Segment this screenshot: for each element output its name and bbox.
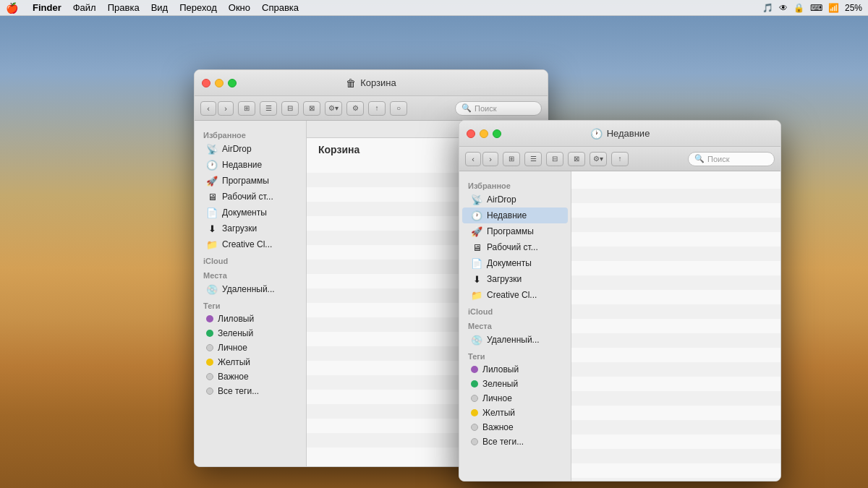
sidebar-item-tag-yellow-trash[interactable]: Желтый bbox=[197, 355, 303, 369]
sidebar-item-desktop-trash[interactable]: 🖥 Рабочий ст... bbox=[197, 189, 303, 205]
view-icon-list[interactable]: ☰ bbox=[260, 101, 277, 116]
sidebar-item-apps-trash[interactable]: 🚀 Программы bbox=[197, 173, 303, 189]
sidebar-item-tag-important-recents[interactable]: Важное bbox=[462, 420, 568, 435]
window-controls-recents[interactable] bbox=[467, 129, 501, 138]
menu-icon-music: 🎵 bbox=[762, 3, 773, 13]
sidebar-item-downloads-recents[interactable]: ⬇ Загрузки bbox=[462, 271, 568, 287]
sidebar-item-desktop-recents[interactable]: 🖥 Рабочий ст... bbox=[462, 239, 568, 255]
r22 bbox=[571, 478, 780, 481]
share-btn[interactable]: ↑ bbox=[368, 101, 386, 116]
downloads-label-trash: Загрузки bbox=[222, 223, 257, 234]
main-content-recents bbox=[571, 171, 780, 481]
tag-green-label-trash: Зеленый bbox=[218, 328, 253, 338]
tag-green-dot-recents bbox=[471, 380, 478, 388]
sidebar-item-recents-trash[interactable]: 🕐 Недавние bbox=[197, 157, 303, 173]
remote-icon-recents: 💿 bbox=[471, 334, 482, 346]
file-menu[interactable]: Файл bbox=[73, 2, 96, 13]
window-controls-trash[interactable] bbox=[202, 79, 237, 87]
sidebar-item-remote-recents[interactable]: 💿 Удаленный... bbox=[462, 332, 568, 348]
view-list-recents[interactable]: ☰ bbox=[524, 152, 542, 166]
sidebar-label-tags-recents: Теги bbox=[459, 348, 571, 362]
nav-buttons-recents[interactable]: ‹ › bbox=[465, 152, 498, 166]
sidebar-item-tag-personal-recents[interactable]: Личное bbox=[462, 391, 568, 406]
sidebar-label-favorites-trash: Избранное bbox=[195, 127, 306, 141]
nav-back-recents[interactable]: ‹ bbox=[465, 152, 481, 166]
toolbar-recents: ‹ › ⊞ ☰ ⊟ ⊠ ⚙▾ ↑ 🔍 Поиск bbox=[459, 147, 780, 171]
docs-label-recents: Документы bbox=[487, 258, 532, 268]
go-menu[interactable]: Переход bbox=[179, 2, 217, 13]
action-btn-recents[interactable]: ↑ bbox=[611, 152, 629, 166]
desktop-icon-trash: 🖥 bbox=[206, 191, 218, 202]
nav-buttons-trash[interactable]: ‹ › bbox=[200, 101, 234, 116]
close-button-trash[interactable] bbox=[202, 79, 210, 87]
finder-window-recents: 🕐 Недавние ‹ › ⊞ ☰ ⊟ ⊠ ⚙▾ ↑ 🔍 Поиск Избр… bbox=[459, 120, 781, 481]
r15 bbox=[571, 377, 780, 391]
sidebar-item-airdrop-trash[interactable]: 📡 AirDrop bbox=[197, 141, 303, 157]
view-col-recents[interactable]: ⊟ bbox=[546, 152, 563, 166]
creative-icon-recents: 📁 bbox=[471, 289, 482, 301]
view-icon-cover[interactable]: ⊠ bbox=[303, 101, 320, 116]
view-grid-recents[interactable]: ⊞ bbox=[503, 152, 520, 166]
sidebar-item-docs-trash[interactable]: 📄 Документы bbox=[197, 205, 303, 221]
sidebar-item-docs-recents[interactable]: 📄 Документы bbox=[462, 255, 568, 271]
minimize-button-trash[interactable] bbox=[215, 79, 224, 87]
sidebar-item-tag-green-trash[interactable]: Зеленый bbox=[197, 326, 303, 341]
r16 bbox=[571, 391, 780, 406]
sidebar-item-remote-trash[interactable]: 💿 Удаленный... bbox=[197, 281, 303, 297]
minimize-button-recents[interactable] bbox=[480, 129, 488, 138]
r18 bbox=[571, 420, 780, 435]
apps-label-recents: Программы bbox=[487, 226, 534, 236]
sidebar-item-tag-personal-trash[interactable]: Личное bbox=[197, 341, 303, 355]
sidebar-item-tag-purple-trash[interactable]: Лиловый bbox=[197, 312, 303, 326]
sidebar-item-apps-recents[interactable]: 🚀 Программы bbox=[462, 223, 568, 239]
search-box-trash[interactable]: 🔍 Поиск bbox=[455, 101, 542, 116]
sidebar-item-tag-green-recents[interactable]: Зеленый bbox=[462, 377, 568, 391]
tag-important-dot-recents bbox=[471, 424, 478, 431]
window-title-text-trash: Корзина bbox=[360, 77, 396, 88]
search-placeholder-trash: Поиск bbox=[475, 104, 496, 113]
sidebar-item-airdrop-recents[interactable]: 📡 AirDrop bbox=[462, 192, 568, 207]
sidebar-item-tag-important-trash[interactable]: Важное bbox=[197, 369, 303, 384]
search-box-recents[interactable]: 🔍 Поиск bbox=[688, 152, 775, 166]
search-icon-trash: 🔍 bbox=[461, 103, 472, 113]
sidebar-item-tag-purple-recents[interactable]: Лиловый bbox=[462, 362, 568, 377]
nav-fwd-trash[interactable]: › bbox=[218, 101, 234, 116]
menu-icon-eye: 👁 bbox=[779, 3, 788, 13]
action-btn[interactable]: ⚙ bbox=[346, 101, 364, 116]
sidebar-item-tag-all-recents[interactable]: Все теги... bbox=[462, 435, 568, 449]
tag-personal-label-recents: Личное bbox=[482, 393, 512, 403]
help-menu[interactable]: Справка bbox=[262, 2, 299, 13]
sidebar-item-creative-recents[interactable]: 📁 Creative Cl... bbox=[462, 287, 568, 303]
tag-purple-label-trash: Лиловый bbox=[218, 314, 254, 324]
sidebar-item-downloads-trash[interactable]: ⬇ Загрузки bbox=[197, 221, 303, 236]
nav-fwd-recents[interactable]: › bbox=[482, 152, 498, 166]
view-cover-recents[interactable]: ⊠ bbox=[568, 152, 585, 166]
window-menu[interactable]: Окно bbox=[229, 2, 250, 13]
arrange-btn[interactable]: ⚙▾ bbox=[325, 101, 342, 116]
tag-important-dot-trash bbox=[206, 373, 213, 380]
sidebar-item-tag-yellow-recents[interactable]: Желтый bbox=[462, 406, 568, 420]
arrange-btn-recents[interactable]: ⚙▾ bbox=[590, 152, 607, 166]
tag-personal-dot-trash bbox=[206, 344, 213, 351]
sidebar-item-creative-trash[interactable]: 📁 Creative Cl... bbox=[197, 236, 303, 252]
r5 bbox=[571, 232, 780, 247]
maximize-button-trash[interactable] bbox=[228, 79, 237, 87]
tag-btn[interactable]: ○ bbox=[390, 101, 407, 116]
airdrop-icon-recents: 📡 bbox=[471, 194, 482, 205]
tag-personal-label-trash: Личное bbox=[218, 343, 247, 353]
apple-menu[interactable]: 🍎 bbox=[6, 2, 18, 14]
sidebar-item-tag-all-trash[interactable]: Все теги... bbox=[197, 384, 303, 398]
view-menu[interactable]: Вид bbox=[151, 2, 169, 13]
maximize-button-recents[interactable] bbox=[493, 129, 501, 138]
view-icon-col[interactable]: ⊟ bbox=[281, 101, 299, 116]
finder-menu[interactable]: Finder bbox=[33, 2, 61, 13]
tag-purple-label-recents: Лиловый bbox=[482, 364, 519, 374]
nav-back-trash[interactable]: ‹ bbox=[200, 101, 216, 116]
view-icon-grid[interactable]: ⊞ bbox=[238, 101, 255, 116]
sidebar-item-recents-recents[interactable]: 🕐 Недавние bbox=[462, 207, 568, 223]
content-area-recents: Избранное 📡 AirDrop 🕐 Недавние 🚀 Програм… bbox=[459, 171, 780, 481]
titlebar-trash: 🗑 Корзина bbox=[195, 70, 548, 96]
r10 bbox=[571, 304, 780, 319]
close-button-recents[interactable] bbox=[467, 129, 475, 138]
edit-menu[interactable]: Правка bbox=[108, 2, 140, 13]
